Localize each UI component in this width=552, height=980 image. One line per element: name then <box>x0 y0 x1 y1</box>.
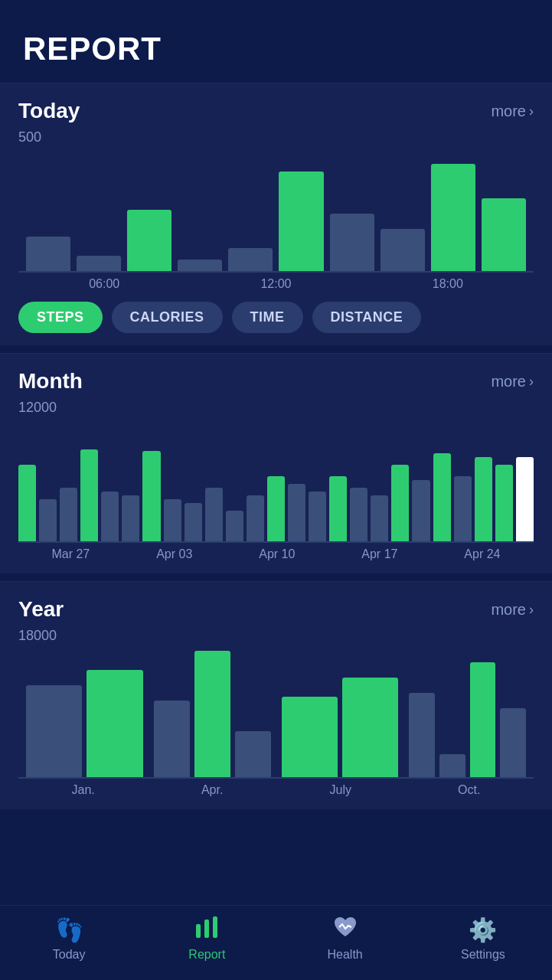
year-x-label-1: Apr. <box>201 783 223 797</box>
chevron-right-icon: › <box>529 103 534 119</box>
year-group-3 <box>409 662 526 777</box>
year-title: Year <box>18 597 64 622</box>
today-chart-area: 06:00 12:00 18:00 <box>18 149 534 291</box>
filter-buttons: STEPSCALORIESTIMEDISTANCE <box>18 302 534 333</box>
month-title: Month <box>18 369 83 394</box>
year-more-button[interactable]: more › <box>491 601 534 619</box>
bottom-nav: 👣 Today Report Health ⚙️ Settings <box>0 905 552 980</box>
month-x-label-2: Apr 10 <box>259 547 295 561</box>
year-bar-3-2 <box>470 662 496 777</box>
month-bar-chart <box>18 419 534 541</box>
year-bar-3-3 <box>500 708 526 777</box>
month-section-header: Month more › <box>18 369 534 394</box>
month-bar-13 <box>288 484 305 541</box>
year-bar-0-1 <box>87 670 142 777</box>
month-bar-17 <box>371 495 388 541</box>
today-more-button[interactable]: more › <box>491 103 534 120</box>
month-bar-14 <box>309 492 326 541</box>
year-group-0 <box>26 670 143 777</box>
today-x-label-2: 18:00 <box>433 277 463 291</box>
heart-monitor-icon <box>333 916 358 943</box>
month-x-label-3: Apr 17 <box>361 547 397 561</box>
month-bar-10 <box>226 511 243 541</box>
year-x-labels: Jan. Apr. July Oct. <box>18 783 534 797</box>
month-x-label-1: Apr 03 <box>156 547 192 561</box>
month-bar-20 <box>433 453 451 541</box>
today-bar-9 <box>482 198 526 271</box>
year-y-label: 18000 <box>18 628 534 644</box>
header: REPORT <box>0 0 552 83</box>
today-bar-1 <box>77 256 121 271</box>
year-bar-3-1 <box>439 754 465 777</box>
month-bar-7 <box>164 499 181 541</box>
year-group-2 <box>282 678 399 777</box>
month-x-label-0: Mar 27 <box>51 547 90 561</box>
year-x-label-0: Jan. <box>72 783 95 797</box>
month-bar-4 <box>101 492 119 541</box>
filter-btn-steps[interactable]: STEPS <box>18 302 103 333</box>
svg-rect-1 <box>204 920 209 938</box>
footsteps-icon: 👣 <box>55 916 83 943</box>
nav-label-report: Report <box>188 948 225 962</box>
year-section-header: Year more › <box>18 597 534 622</box>
today-bar-6 <box>330 214 374 271</box>
year-x-label-2: July <box>329 783 351 797</box>
today-bar-0 <box>26 237 70 271</box>
today-section: Today more › 500 06:00 12:00 18:00 STEPS… <box>0 83 552 345</box>
month-bar-2 <box>60 488 77 541</box>
month-bar-1 <box>39 499 57 541</box>
month-bar-12 <box>267 476 285 541</box>
chevron-right-icon: › <box>529 374 534 390</box>
year-group-1 <box>154 651 271 777</box>
month-more-button[interactable]: more › <box>491 373 534 390</box>
month-bar-22 <box>475 457 492 541</box>
today-bar-5 <box>279 172 323 271</box>
month-y-label: 12000 <box>18 400 534 416</box>
today-bar-7 <box>381 229 425 271</box>
month-bar-15 <box>329 476 347 541</box>
year-bar-1-2 <box>235 731 271 777</box>
svg-rect-0 <box>196 924 201 938</box>
nav-item-report[interactable]: Report <box>176 916 237 962</box>
today-x-label-0: 06:00 <box>89 277 119 291</box>
today-x-labels: 06:00 12:00 18:00 <box>18 277 534 291</box>
nav-item-settings[interactable]: ⚙️ Settings <box>452 916 514 962</box>
today-bar-3 <box>178 260 222 271</box>
today-title: Today <box>18 99 80 123</box>
month-bar-6 <box>142 451 160 541</box>
filter-btn-calories[interactable]: CALORIES <box>112 302 223 333</box>
month-bar-24 <box>516 457 534 541</box>
year-bar-1-0 <box>154 701 190 777</box>
year-bar-3-0 <box>409 693 435 777</box>
page-title: REPORT <box>23 31 529 67</box>
month-bar-8 <box>185 503 202 541</box>
chevron-right-icon: › <box>529 602 534 618</box>
today-section-header: Today more › <box>18 99 534 123</box>
year-bar-1-1 <box>194 651 230 777</box>
today-y-label: 500 <box>18 129 534 145</box>
year-bar-chart <box>18 647 534 777</box>
year-section: Year more › 18000 Jan. Apr. July Oct. <box>0 581 552 809</box>
nav-item-today[interactable]: 👣 Today <box>38 916 100 962</box>
month-bar-11 <box>247 495 264 541</box>
month-bar-19 <box>412 480 430 541</box>
year-bar-2-0 <box>282 697 338 777</box>
today-bar-4 <box>228 248 273 271</box>
today-bar-chart <box>18 149 534 271</box>
bar-chart-icon <box>195 916 218 943</box>
today-bar-8 <box>431 164 475 271</box>
nav-item-health[interactable]: Health <box>315 916 376 962</box>
nav-label-today: Today <box>53 948 86 962</box>
nav-label-settings: Settings <box>461 948 505 962</box>
gear-icon: ⚙️ <box>469 916 497 943</box>
year-bar-0-0 <box>26 685 82 777</box>
filter-btn-time[interactable]: TIME <box>232 302 303 333</box>
today-bar-2 <box>127 210 171 271</box>
filter-btn-distance[interactable]: DISTANCE <box>312 302 422 333</box>
year-bar-2-1 <box>342 678 398 777</box>
month-chart-area: Mar 27 Apr 03 Apr 10 Apr 17 Apr 24 <box>18 419 534 561</box>
month-bar-0 <box>18 465 36 541</box>
month-bar-23 <box>495 465 513 541</box>
month-bar-9 <box>205 488 223 541</box>
month-bar-21 <box>454 476 472 541</box>
